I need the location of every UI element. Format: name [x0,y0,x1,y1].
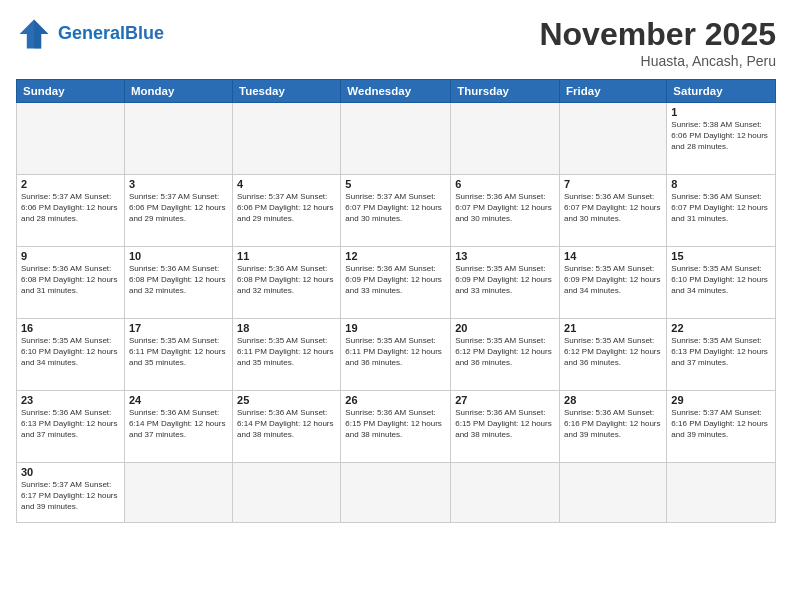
header-monday: Monday [124,80,232,103]
day-info: Sunrise: 5:35 AM Sunset: 6:12 PM Dayligh… [455,336,555,368]
day-info: Sunrise: 5:36 AM Sunset: 6:07 PM Dayligh… [671,192,771,224]
day-number: 17 [129,322,228,334]
day-number: 24 [129,394,228,406]
calendar-cell [233,103,341,175]
header-saturday: Saturday [667,80,776,103]
calendar-cell: 3Sunrise: 5:37 AM Sunset: 6:06 PM Daylig… [124,175,232,247]
calendar-cell [560,103,667,175]
day-number: 26 [345,394,446,406]
header-friday: Friday [560,80,667,103]
day-number: 7 [564,178,662,190]
logo-icon [16,16,52,52]
calendar-cell [17,103,125,175]
day-info: Sunrise: 5:37 AM Sunset: 6:17 PM Dayligh… [21,480,120,512]
calendar-cell [124,103,232,175]
day-number: 30 [21,466,120,478]
calendar-row-5: 23Sunrise: 5:36 AM Sunset: 6:13 PM Dayli… [17,391,776,463]
calendar-cell [341,463,451,523]
day-number: 12 [345,250,446,262]
day-number: 27 [455,394,555,406]
title-block: November 2025 Huasta, Ancash, Peru [539,16,776,69]
calendar-cell: 14Sunrise: 5:35 AM Sunset: 6:09 PM Dayli… [560,247,667,319]
day-info: Sunrise: 5:35 AM Sunset: 6:10 PM Dayligh… [671,264,771,296]
day-number: 19 [345,322,446,334]
calendar-cell: 8Sunrise: 5:36 AM Sunset: 6:07 PM Daylig… [667,175,776,247]
day-info: Sunrise: 5:36 AM Sunset: 6:15 PM Dayligh… [345,408,446,440]
main-title: November 2025 [539,16,776,53]
calendar-cell [233,463,341,523]
calendar-cell: 9Sunrise: 5:36 AM Sunset: 6:08 PM Daylig… [17,247,125,319]
day-info: Sunrise: 5:36 AM Sunset: 6:14 PM Dayligh… [129,408,228,440]
subtitle: Huasta, Ancash, Peru [539,53,776,69]
calendar-cell: 25Sunrise: 5:36 AM Sunset: 6:14 PM Dayli… [233,391,341,463]
day-info: Sunrise: 5:35 AM Sunset: 6:09 PM Dayligh… [564,264,662,296]
calendar-cell: 10Sunrise: 5:36 AM Sunset: 6:08 PM Dayli… [124,247,232,319]
calendar-cell: 5Sunrise: 5:37 AM Sunset: 6:07 PM Daylig… [341,175,451,247]
day-number: 25 [237,394,336,406]
calendar-cell [451,463,560,523]
day-info: Sunrise: 5:36 AM Sunset: 6:08 PM Dayligh… [21,264,120,296]
calendar-cell [124,463,232,523]
day-info: Sunrise: 5:37 AM Sunset: 6:07 PM Dayligh… [345,192,446,224]
day-info: Sunrise: 5:36 AM Sunset: 6:08 PM Dayligh… [237,264,336,296]
day-number: 6 [455,178,555,190]
logo-general: General [58,23,125,43]
calendar-cell: 20Sunrise: 5:35 AM Sunset: 6:12 PM Dayli… [451,319,560,391]
calendar-cell: 7Sunrise: 5:36 AM Sunset: 6:07 PM Daylig… [560,175,667,247]
calendar-cell: 28Sunrise: 5:36 AM Sunset: 6:16 PM Dayli… [560,391,667,463]
day-number: 15 [671,250,771,262]
header-sunday: Sunday [17,80,125,103]
day-number: 13 [455,250,555,262]
day-info: Sunrise: 5:37 AM Sunset: 6:06 PM Dayligh… [129,192,228,224]
day-number: 18 [237,322,336,334]
calendar-cell [341,103,451,175]
calendar-cell: 15Sunrise: 5:35 AM Sunset: 6:10 PM Dayli… [667,247,776,319]
day-number: 21 [564,322,662,334]
calendar-row-6: 30Sunrise: 5:37 AM Sunset: 6:17 PM Dayli… [17,463,776,523]
day-info: Sunrise: 5:35 AM Sunset: 6:09 PM Dayligh… [455,264,555,296]
calendar-cell: 12Sunrise: 5:36 AM Sunset: 6:09 PM Dayli… [341,247,451,319]
day-number: 16 [21,322,120,334]
day-info: Sunrise: 5:36 AM Sunset: 6:07 PM Dayligh… [564,192,662,224]
day-number: 11 [237,250,336,262]
day-info: Sunrise: 5:36 AM Sunset: 6:14 PM Dayligh… [237,408,336,440]
calendar-cell: 21Sunrise: 5:35 AM Sunset: 6:12 PM Dayli… [560,319,667,391]
page: GeneralBlue November 2025 Huasta, Ancash… [0,0,792,612]
header-wednesday: Wednesday [341,80,451,103]
calendar-row-3: 9Sunrise: 5:36 AM Sunset: 6:08 PM Daylig… [17,247,776,319]
day-number: 29 [671,394,771,406]
calendar-row-4: 16Sunrise: 5:35 AM Sunset: 6:10 PM Dayli… [17,319,776,391]
day-number: 20 [455,322,555,334]
day-number: 4 [237,178,336,190]
calendar-cell: 6Sunrise: 5:36 AM Sunset: 6:07 PM Daylig… [451,175,560,247]
header-thursday: Thursday [451,80,560,103]
calendar-cell: 22Sunrise: 5:35 AM Sunset: 6:13 PM Dayli… [667,319,776,391]
calendar: Sunday Monday Tuesday Wednesday Thursday… [16,79,776,523]
calendar-row-1: 1Sunrise: 5:38 AM Sunset: 6:06 PM Daylig… [17,103,776,175]
calendar-cell [560,463,667,523]
calendar-cell: 2Sunrise: 5:37 AM Sunset: 6:06 PM Daylig… [17,175,125,247]
header: GeneralBlue November 2025 Huasta, Ancash… [16,16,776,69]
day-info: Sunrise: 5:37 AM Sunset: 6:16 PM Dayligh… [671,408,771,440]
day-info: Sunrise: 5:36 AM Sunset: 6:08 PM Dayligh… [129,264,228,296]
calendar-cell: 17Sunrise: 5:35 AM Sunset: 6:11 PM Dayli… [124,319,232,391]
calendar-cell: 11Sunrise: 5:36 AM Sunset: 6:08 PM Dayli… [233,247,341,319]
svg-marker-1 [34,20,48,49]
day-info: Sunrise: 5:36 AM Sunset: 6:15 PM Dayligh… [455,408,555,440]
calendar-cell: 4Sunrise: 5:37 AM Sunset: 6:06 PM Daylig… [233,175,341,247]
calendar-cell: 18Sunrise: 5:35 AM Sunset: 6:11 PM Dayli… [233,319,341,391]
day-number: 5 [345,178,446,190]
header-tuesday: Tuesday [233,80,341,103]
logo: GeneralBlue [16,16,164,52]
day-info: Sunrise: 5:37 AM Sunset: 6:06 PM Dayligh… [237,192,336,224]
day-info: Sunrise: 5:36 AM Sunset: 6:13 PM Dayligh… [21,408,120,440]
day-info: Sunrise: 5:35 AM Sunset: 6:11 PM Dayligh… [129,336,228,368]
calendar-cell: 24Sunrise: 5:36 AM Sunset: 6:14 PM Dayli… [124,391,232,463]
day-number: 3 [129,178,228,190]
calendar-cell: 13Sunrise: 5:35 AM Sunset: 6:09 PM Dayli… [451,247,560,319]
weekday-header-row: Sunday Monday Tuesday Wednesday Thursday… [17,80,776,103]
day-number: 10 [129,250,228,262]
day-number: 8 [671,178,771,190]
day-info: Sunrise: 5:36 AM Sunset: 6:16 PM Dayligh… [564,408,662,440]
day-info: Sunrise: 5:35 AM Sunset: 6:11 PM Dayligh… [237,336,336,368]
